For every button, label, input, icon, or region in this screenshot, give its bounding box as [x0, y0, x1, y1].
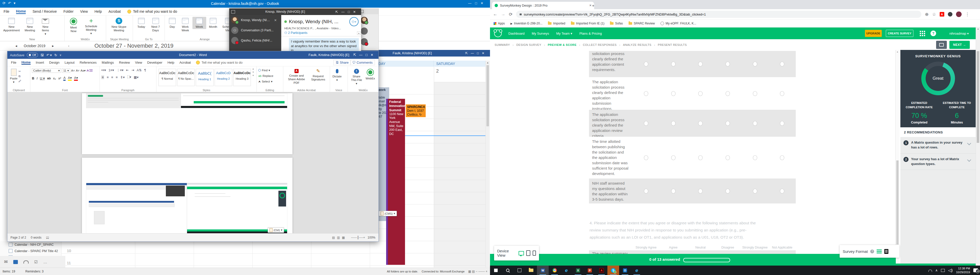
sort-icon[interactable]: A⇅ [137, 68, 142, 72]
word-tab-acrobat[interactable]: Acrobat [180, 61, 191, 65]
conversation-item[interactable]: ⚇ Conversation (3 Parti... [229, 25, 281, 35]
radio-cell[interactable] [741, 110, 769, 137]
radio-button[interactable] [753, 62, 757, 66]
today-button[interactable]: Today [135, 17, 148, 29]
avatar[interactable] [361, 38, 368, 45]
step-design[interactable]: DESIGN SURVEY [516, 43, 541, 46]
bookmark-folder[interactable]: SPARC Review [628, 22, 655, 25]
nav-my-team[interactable]: My Team ▾ [556, 32, 573, 35]
word-tab-design[interactable]: Design [49, 61, 59, 65]
radio-cell[interactable] [741, 179, 769, 204]
friday-allday-cell[interactable] [370, 67, 434, 82]
outlook-tab-send-receive[interactable]: Send / Receive [32, 9, 57, 14]
browser-tab[interactable]: SurveyMonkey Design : 2019 Pro ✕ [492, 2, 594, 9]
radio-cell[interactable] [632, 51, 660, 77]
tray-expand-icon[interactable]: ∧ [935, 269, 938, 272]
chevron-down-icon[interactable] [967, 158, 971, 162]
nav-plans-pricing[interactable]: Plans & Pricing [579, 32, 602, 35]
apps-shortcut[interactable]: Apps [493, 22, 505, 25]
word-tab-home[interactable]: Home [21, 60, 30, 65]
styles-gallery-scroll[interactable]: ▲▼▼ [251, 68, 255, 77]
font-color-button[interactable]: A▾ [74, 76, 78, 81]
bullets-icon[interactable]: •≡▾ [101, 68, 106, 72]
people-nav-icon[interactable] [24, 261, 29, 264]
page-scrollbar[interactable]: ▲ [976, 27, 980, 266]
outlook-tab-view[interactable]: View [80, 9, 88, 14]
forward-button[interactable]: → [501, 12, 505, 17]
back-button[interactable]: ← [493, 12, 497, 17]
people-tray-icon[interactable] [928, 270, 932, 272]
word-taskbar-button[interactable]: W [537, 266, 549, 275]
dictate-button[interactable]: Dictate ▾ [331, 68, 343, 82]
format-painter-icon[interactable]: 🖉 [18, 79, 21, 82]
radio-cell[interactable] [660, 137, 687, 179]
radio-cell[interactable] [660, 51, 687, 77]
event-sparc[interactable]: SPARC/NCADem I, 1037Civillico, ↻ [406, 104, 426, 117]
scrollbar-thumb[interactable] [977, 51, 979, 143]
file-explorer-button[interactable] [525, 266, 537, 275]
radio-button[interactable] [644, 62, 648, 66]
paste-options-button[interactable]: (Ctrl)▾ [268, 228, 284, 233]
powerpoint-taskbar-button[interactable]: P [584, 266, 596, 275]
request-signatures-button[interactable]: ✎Request Signatures [308, 68, 328, 82]
one-question-format-icon[interactable] [884, 249, 888, 254]
radio-cell[interactable] [714, 179, 741, 204]
webex-button[interactable]: WebEx [364, 68, 377, 81]
decrease-indent-icon[interactable]: ⇤ [126, 68, 129, 72]
scrollbar-thumb[interactable] [487, 65, 489, 126]
skype-taskbar-button[interactable]: S [608, 266, 619, 275]
task-view-button[interactable] [514, 266, 525, 275]
bookmark-item[interactable]: ▶Invention E-298-20... [511, 22, 542, 25]
font-size-select[interactable]: 11▾ [62, 68, 70, 73]
bold-button[interactable]: B [32, 76, 34, 80]
zoom-level[interactable]: 100% [368, 236, 375, 239]
outlook-tab-acrobat[interactable]: Acrobat [108, 9, 121, 14]
word-tab-file[interactable]: File [11, 61, 16, 65]
superscript-button[interactable]: x² [59, 76, 61, 80]
scroll-up-arrow[interactable]: ▲ [357, 31, 361, 35]
radio-button[interactable] [644, 91, 648, 96]
radio-cell[interactable] [687, 137, 714, 179]
highlight-button[interactable]: A▾ [68, 76, 72, 81]
radio-button[interactable] [644, 189, 648, 193]
radio-cell[interactable] [687, 179, 714, 204]
help-icon[interactable]: ? [931, 30, 936, 36]
radio-button[interactable] [780, 62, 784, 66]
radio-cell[interactable] [632, 137, 660, 179]
saturday-date-cell[interactable]: 2 [434, 67, 490, 82]
skype-chat-window[interactable]: Knosp, Wendy (NIH/OD) [E] ⇱—□✕ Knosp, We… [229, 8, 361, 52]
apps-waffle-icon[interactable] [920, 31, 921, 32]
radio-button[interactable] [753, 189, 757, 193]
word-tab-help[interactable]: Help [167, 61, 174, 65]
saturday-column[interactable] [434, 82, 490, 267]
calendar-scrollbar[interactable]: ▲ [485, 61, 490, 267]
shrink-font-icon[interactable]: A˅ [76, 69, 80, 72]
radio-cell[interactable] [687, 110, 714, 137]
step-collect[interactable]: COLLECT RESPONSES [583, 43, 617, 46]
excel-taskbar-button[interactable]: X [572, 266, 584, 275]
radio-cell[interactable] [714, 77, 741, 110]
conversation-item[interactable]: Qashu, Felicia (NIH/... [229, 35, 281, 46]
radio-button[interactable] [725, 91, 730, 96]
meet-now-button[interactable]: Meet Now [66, 17, 81, 33]
word-tab-insert[interactable]: Insert [36, 61, 44, 65]
grow-font-icon[interactable]: A˄ [71, 69, 75, 72]
strikethrough-button[interactable]: ab [47, 76, 51, 80]
new-skype-meeting-button[interactable]: SNew Skype Meeting [108, 17, 130, 33]
address-bar[interactable]: surveymonkey.com/create/preview/?sm=Vk_2… [516, 11, 921, 18]
mini-calendar-label[interactable]: October 2019 [24, 44, 45, 48]
zoom-slider[interactable]: −──┃──+ [351, 236, 365, 239]
word-count[interactable]: 0 words [30, 236, 41, 239]
paste-button[interactable]: Paste▾ [9, 68, 18, 84]
step-present[interactable]: PRESENT RESULTS [658, 43, 687, 46]
line-spacing-icon[interactable]: ⇕▾ [120, 75, 124, 79]
word-tell-me[interactable]: Tell me what you want to do [196, 61, 242, 65]
outlook-tab-file[interactable]: File [3, 9, 10, 14]
feedback-button[interactable] [936, 41, 947, 49]
search-button[interactable] [502, 266, 514, 275]
style-normal[interactable]: AaBbCcDc¶ Normal [159, 69, 176, 86]
outlook-window-controls[interactable]: —□✕ [468, 1, 487, 5]
extension-icon[interactable] [948, 12, 953, 17]
style-heading2[interactable]: AaBbCcDHeading 2 [215, 69, 232, 86]
radio-button[interactable] [671, 62, 676, 66]
